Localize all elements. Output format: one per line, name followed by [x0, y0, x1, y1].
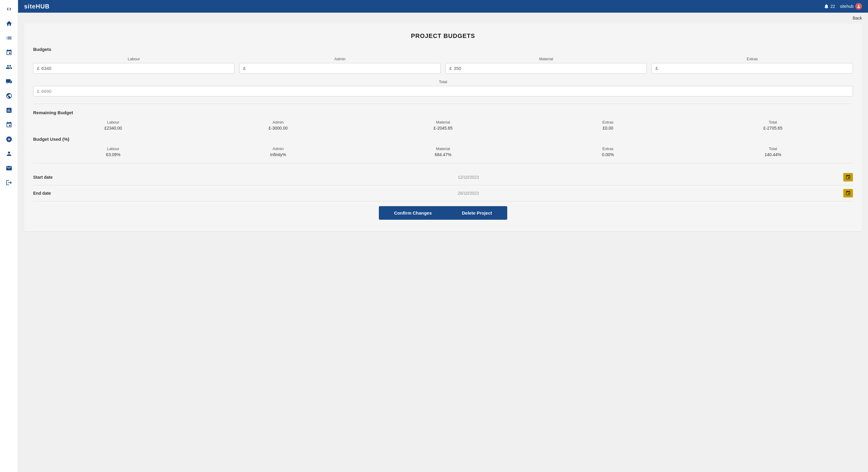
- used-admin: Admin Infinity%: [198, 147, 358, 157]
- labour-input-group: Labour £: [33, 57, 235, 73]
- admin-input-group: Admin £: [239, 57, 441, 73]
- material-input-group: Material £: [445, 57, 647, 73]
- end-date-row: End date 26/10/2023: [33, 185, 853, 201]
- extras-input-group: Extras £: [652, 57, 853, 73]
- used-labour-value: 63.09%: [106, 152, 120, 157]
- used-admin-label: Admin: [273, 147, 284, 151]
- end-date-calendar-icon[interactable]: [843, 189, 853, 197]
- used-admin-value: Infinity%: [270, 152, 286, 157]
- budgets-section-label: Budgets: [33, 47, 853, 52]
- username-label: sitehub: [840, 4, 854, 9]
- sidebar-item-expand[interactable]: [3, 3, 15, 15]
- back-link[interactable]: Back: [852, 16, 862, 21]
- delete-project-button[interactable]: Delete Project: [447, 206, 507, 220]
- used-extras: Extras 0.00%: [528, 147, 688, 157]
- notifications-bell[interactable]: 22: [824, 4, 835, 9]
- remaining-material-value: £-2045.65: [433, 126, 453, 130]
- budgets-section: Budgets Labour £ Admin £: [33, 47, 853, 96]
- remaining-budget-section: Remaining Budget Labour £2340.00 Admin £…: [33, 110, 853, 130]
- used-labour: Labour 63.09%: [33, 147, 193, 157]
- page-title: PROJECT BUDGETS: [33, 33, 853, 39]
- end-date-label: End date: [33, 191, 93, 196]
- start-date-calendar-icon[interactable]: [843, 173, 853, 182]
- start-date-label: Start date: [33, 175, 93, 180]
- total-currency: £: [37, 89, 39, 94]
- extras-input-wrapper: £: [652, 63, 853, 73]
- remaining-budget-label: Remaining Budget: [33, 110, 853, 115]
- labour-currency: £: [37, 66, 39, 71]
- budget-used-label: Budget Used (%): [33, 136, 853, 141]
- labour-input[interactable]: [41, 66, 230, 71]
- used-extras-label: Extras: [602, 147, 614, 151]
- remaining-total-value: £-2705.65: [764, 126, 782, 130]
- extras-input[interactable]: [660, 66, 849, 71]
- topbar: siteHUB 22 sitehub: [18, 0, 868, 13]
- remaining-labour-value: £2340.00: [104, 126, 122, 130]
- labour-label: Labour: [33, 57, 235, 61]
- remaining-total: Total £-2705.65: [693, 120, 853, 130]
- extras-currency: £: [655, 66, 658, 71]
- sidebar-item-reports[interactable]: [3, 104, 15, 116]
- app-logo: siteHUB: [24, 3, 50, 10]
- total-row: Total £ 6690: [33, 80, 853, 96]
- remaining-admin-label: Admin: [273, 120, 284, 124]
- remaining-extras-label: Extras: [602, 120, 614, 124]
- sidebar-item-add[interactable]: [3, 133, 15, 145]
- used-labour-label: Labour: [107, 147, 119, 151]
- admin-label: Admin: [239, 57, 441, 61]
- user-avatar: [855, 3, 862, 10]
- main-area: siteHUB 22 sitehub Back PROJECT BUDGETS: [18, 0, 868, 472]
- start-date-value: 12/10/2023: [93, 175, 843, 180]
- remaining-labour: Labour £2340.00: [33, 120, 193, 130]
- remaining-extras: Extras £0.00: [528, 120, 688, 130]
- end-date-value: 26/10/2023: [93, 191, 843, 196]
- remaining-budget-row: Labour £2340.00 Admin £-3000.00 Material…: [33, 120, 853, 130]
- remaining-total-label: Total: [769, 120, 777, 124]
- used-total-value: 140.44%: [765, 152, 781, 157]
- admin-input[interactable]: [247, 66, 437, 71]
- content-area: Back PROJECT BUDGETS Budgets Labour £: [18, 13, 868, 472]
- material-input[interactable]: [454, 66, 643, 71]
- sidebar-item-logout[interactable]: [3, 177, 15, 189]
- used-total: Total 140.44%: [693, 147, 853, 157]
- remaining-admin-value: £-3000.00: [269, 126, 287, 130]
- remaining-material-label: Material: [436, 120, 450, 124]
- budget-inputs-row: Labour £ Admin £: [33, 57, 853, 73]
- used-material-value: 684.47%: [435, 152, 451, 157]
- bottom-buttons: Confirm Changes Delete Project: [33, 201, 853, 222]
- used-material: Material 684.47%: [363, 147, 523, 157]
- material-currency: £: [450, 66, 452, 71]
- sidebar-item-globe[interactable]: [3, 90, 15, 102]
- total-label: Total: [33, 80, 853, 84]
- total-input-wrapper: £ 6690: [33, 86, 853, 96]
- start-date-row: Start date 12/10/2023: [33, 169, 853, 185]
- admin-currency: £: [243, 66, 246, 71]
- material-label: Material: [445, 57, 647, 61]
- material-input-wrapper: £: [445, 63, 647, 73]
- sidebar-item-workflow[interactable]: [3, 46, 15, 59]
- sidebar-item-calendar[interactable]: [3, 119, 15, 131]
- sidebar-item-profile[interactable]: [3, 148, 15, 160]
- budget-used-section: Budget Used (%) Labour 63.09% Admin Infi…: [33, 136, 853, 157]
- sidebar: [0, 0, 18, 472]
- divider-1: [33, 104, 853, 104]
- sidebar-item-mail[interactable]: [3, 162, 15, 174]
- sidebar-item-home[interactable]: [3, 18, 15, 30]
- user-menu[interactable]: sitehub: [840, 3, 862, 10]
- divider-2: [33, 163, 853, 163]
- sidebar-item-list[interactable]: [3, 32, 15, 44]
- date-section: Start date 12/10/2023 End date 26/10/202…: [33, 169, 853, 201]
- remaining-labour-label: Labour: [107, 120, 119, 124]
- sidebar-item-delivery[interactable]: [3, 75, 15, 87]
- remaining-admin: Admin £-3000.00: [198, 120, 358, 130]
- page-card: PROJECT BUDGETS Budgets Labour £: [24, 24, 862, 231]
- confirm-changes-button[interactable]: Confirm Changes: [379, 206, 447, 220]
- back-row: Back: [18, 13, 868, 24]
- extras-label: Extras: [652, 57, 853, 61]
- sidebar-item-people[interactable]: [3, 61, 15, 73]
- topbar-right: 22 sitehub: [824, 3, 862, 10]
- budget-used-row: Labour 63.09% Admin Infinity% Material 6…: [33, 147, 853, 157]
- used-material-label: Material: [436, 147, 450, 151]
- labour-input-wrapper: £: [33, 63, 235, 73]
- remaining-extras-value: £0.00: [603, 126, 613, 130]
